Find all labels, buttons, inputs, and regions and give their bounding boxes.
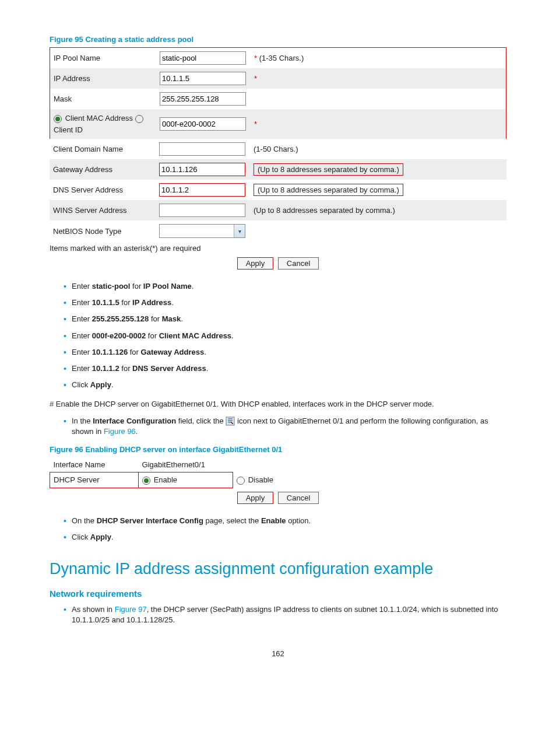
label-client-id: Client ID bbox=[54, 125, 83, 134]
label-dhcp-server: DHCP Server bbox=[50, 473, 139, 488]
instruction-list-1: Enter static-pool for IP Pool Name. Ente… bbox=[50, 281, 506, 390]
label-interface-name: Interface Name bbox=[50, 457, 139, 473]
input-dns[interactable] bbox=[159, 183, 245, 197]
label-gateway: Gateway Address bbox=[50, 159, 156, 180]
link-figure-96[interactable]: Figure 96 bbox=[104, 427, 136, 436]
required-star: * bbox=[254, 120, 257, 128]
paragraph-enable-dhcp: # Enable the DHCP server on GigabitEther… bbox=[50, 398, 506, 410]
required-star: * bbox=[254, 74, 257, 83]
figure-96-caption: Figure 96 Enabling DHCP server on interf… bbox=[50, 445, 506, 454]
label-disable: Disable bbox=[248, 475, 273, 484]
apply-button[interactable]: Apply bbox=[237, 257, 274, 270]
label-client-domain: Client Domain Name bbox=[50, 139, 156, 159]
instruction-list-2: On the DHCP Server Interface Config page… bbox=[50, 516, 506, 542]
heading-network-req: Network requirements bbox=[50, 589, 506, 598]
hint-wins: (Up to 8 addresses separated by comma.) bbox=[250, 200, 506, 220]
static-pool-form-2: Client Domain Name (1-50 Chars.) Gateway… bbox=[50, 139, 506, 242]
chevron-down-icon: ▾ bbox=[234, 225, 245, 237]
cancel-button[interactable]: Cancel bbox=[278, 257, 319, 270]
required-note: Items marked with an asterisk(*) are req… bbox=[50, 244, 506, 253]
select-netbios[interactable]: ▾ bbox=[159, 224, 245, 238]
input-client-value[interactable] bbox=[160, 117, 246, 131]
instruction-list-3: As shown in Figure 97, the DHCP server (… bbox=[50, 604, 506, 625]
figure-95-caption: Figure 95 Creating a static address pool bbox=[50, 35, 506, 44]
interface-config-form: Interface Name GigabitEthernet0/1 DHCP S… bbox=[50, 457, 506, 488]
heading-dynamic-ip: Dynamic IP address assignment configurat… bbox=[50, 560, 506, 578]
iface-apply-button[interactable]: Apply bbox=[237, 492, 274, 504]
label-ip-address: IP Address bbox=[50, 68, 157, 89]
radio-client-mac[interactable] bbox=[54, 115, 62, 123]
instruction-list-ic: In the Interface Configuration field, cl… bbox=[50, 416, 506, 437]
label-mask: Mask bbox=[50, 89, 157, 109]
label-dns: DNS Server Address bbox=[50, 180, 156, 200]
static-pool-form: IP Pool Name * (1-35 Chars.) IP Address … bbox=[50, 47, 506, 139]
label-ip-pool-name: IP Pool Name bbox=[50, 48, 157, 69]
required-star: * bbox=[254, 54, 257, 62]
input-wins[interactable] bbox=[159, 204, 245, 217]
label-client-mac: Client MAC Address bbox=[65, 114, 133, 123]
svg-rect-0 bbox=[226, 417, 234, 425]
hint-dns: (Up to 8 addresses separated by comma.) bbox=[254, 184, 403, 196]
input-client-domain[interactable] bbox=[159, 142, 245, 156]
radio-enable[interactable] bbox=[142, 477, 150, 485]
input-ip-address[interactable] bbox=[160, 72, 246, 85]
label-netbios: NetBIOS Node Type bbox=[50, 220, 156, 242]
hint-gateway: (Up to 8 addresses separated by comma.) bbox=[254, 163, 403, 176]
input-ip-pool-name[interactable] bbox=[160, 51, 246, 65]
label-enable: Enable bbox=[154, 475, 177, 484]
hint-ip-pool-name: (1-35 Chars.) bbox=[259, 54, 304, 62]
radio-disable[interactable] bbox=[237, 477, 245, 485]
page-number: 162 bbox=[50, 649, 506, 658]
radio-client-id[interactable] bbox=[135, 115, 143, 123]
input-mask[interactable] bbox=[160, 92, 246, 106]
iface-cancel-button[interactable]: Cancel bbox=[278, 492, 319, 504]
link-figure-97[interactable]: Figure 97 bbox=[115, 605, 147, 614]
edit-icon bbox=[226, 416, 235, 426]
value-interface-name: GigabitEthernet0/1 bbox=[139, 457, 233, 473]
input-gateway[interactable] bbox=[159, 163, 245, 176]
hint-client-domain: (1-50 Chars.) bbox=[250, 139, 506, 159]
label-wins: WINS Server Address bbox=[50, 200, 156, 220]
